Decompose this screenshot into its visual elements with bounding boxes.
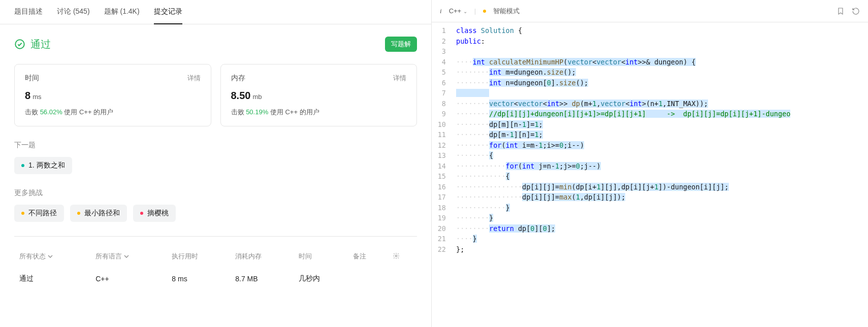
bookmark-icon[interactable] [837, 7, 845, 15]
next-question-chip[interactable]: 1. 两数之和 [14, 157, 72, 174]
difficulty-dot-medium [77, 212, 80, 215]
challenge-chip-b[interactable]: 最小路径和 [70, 205, 127, 222]
editor-mode-label: 智能模式 [493, 7, 520, 16]
memory-card-title: 内存 [231, 74, 245, 83]
info-icon[interactable]: i [440, 7, 442, 15]
col-memory: 消耗内存 [231, 247, 294, 266]
language-selector[interactable]: C++ ⌄ [449, 7, 467, 15]
col-runtime: 执行用时 [168, 247, 230, 266]
result-status-text: 通过 [30, 38, 51, 51]
table-row[interactable]: 通过 C++ 8 ms 8.7 MB 几秒内 [15, 267, 416, 290]
reset-icon[interactable] [852, 7, 860, 15]
row-runtime: 8 ms [168, 267, 230, 290]
row-lang: C++ [91, 267, 167, 290]
next-question-title: 下一题 [14, 141, 417, 150]
difficulty-dot-medium [21, 212, 24, 215]
time-beats-pct: 56.02% [40, 108, 62, 116]
col-note: 备注 [349, 247, 388, 266]
tab-submissions[interactable]: 提交记录 [154, 0, 182, 24]
code-content[interactable]: class Solution { public: ····int calcula… [456, 25, 868, 327]
row-status: 通过 [15, 267, 90, 290]
line-number-gutter: 12345678910111213141516171819202122 [432, 25, 456, 327]
more-challenges-title: 更多挑战 [14, 188, 417, 198]
mode-indicator-dot [483, 10, 486, 13]
tab-solutions[interactable]: 题解 (1.4K) [104, 0, 140, 24]
time-card-detail-link[interactable]: 详情 [187, 74, 201, 83]
memory-unit: mb [252, 93, 262, 101]
write-solution-button[interactable]: 写题解 [385, 37, 417, 52]
svg-point-1 [395, 255, 397, 257]
col-time: 时间 [295, 247, 348, 266]
code-editor-pane: i C++ ⌄ | 智能模式 1234567891011121314151617… [432, 0, 868, 327]
tab-description[interactable]: 题目描述 [14, 0, 43, 24]
time-card-title: 时间 [25, 74, 39, 83]
chevron-down-icon [124, 254, 129, 259]
description-pane: 题目描述 讨论 (545) 题解 (1.4K) 提交记录 通过 写题解 时间 详… [0, 0, 432, 327]
tab-discuss[interactable]: 讨论 (545) [57, 0, 90, 24]
time-value: 8 [25, 90, 30, 102]
code-editor[interactable]: 12345678910111213141516171819202122 clas… [432, 22, 868, 327]
time-card: 时间 详情 8 ms 击败 56.02% 使用 C++ 的用户 [14, 64, 211, 126]
challenge-chip-a[interactable]: 不同路径 [14, 205, 64, 222]
result-status: 通过 [14, 38, 51, 51]
difficulty-dot-easy [21, 164, 24, 167]
tab-bar: 题目描述 讨论 (545) 题解 (1.4K) 提交记录 [0, 0, 431, 24]
chevron-down-icon: ⌄ [463, 9, 467, 14]
memory-card-detail-link[interactable]: 详情 [393, 74, 406, 83]
difficulty-dot-hard [140, 212, 143, 215]
time-unit: ms [33, 93, 41, 101]
chevron-down-icon [48, 254, 53, 259]
submissions-table: 所有状态 所有语言 执行用时 消耗内存 时间 备注 通过 C++ 8 ms 8.… [14, 246, 417, 291]
memory-card: 内存 详情 8.50 mb 击败 50.19% 使用 C++ 的用户 [220, 64, 417, 126]
memory-value: 8.50 [231, 90, 251, 102]
row-memory: 8.7 MB [231, 267, 294, 290]
filter-language[interactable]: 所有语言 [95, 252, 163, 261]
row-time: 几秒内 [295, 267, 348, 290]
checkmark-circle-icon [14, 39, 25, 50]
memory-beats-pct: 50.19% [246, 108, 268, 116]
challenge-chip-c[interactable]: 摘樱桃 [133, 205, 176, 222]
editor-toolbar: i C++ ⌄ | 智能模式 [432, 0, 868, 22]
filter-status[interactable]: 所有状态 [19, 252, 86, 261]
gear-icon[interactable] [393, 252, 400, 259]
